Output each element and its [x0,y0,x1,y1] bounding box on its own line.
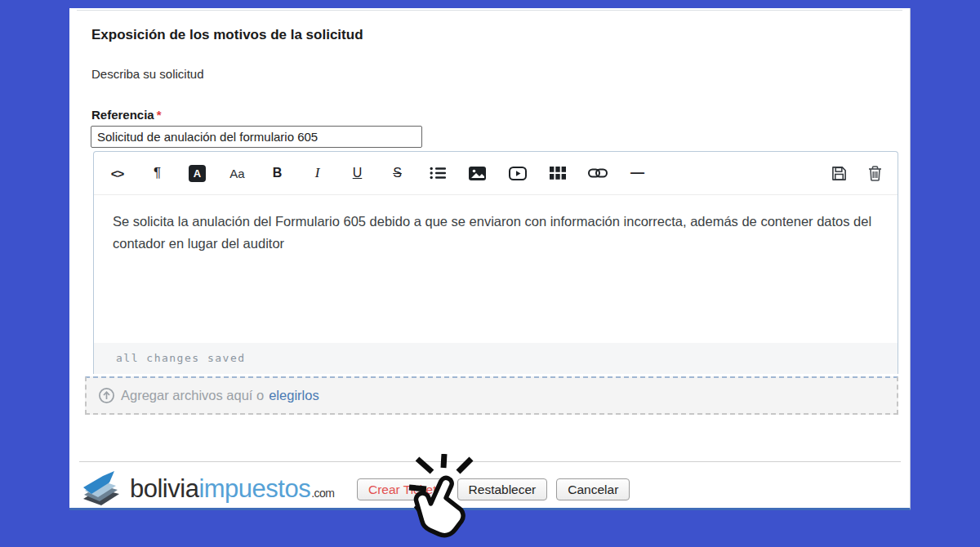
rich-text-editor: <> ¶ A Aa B I U S [93,151,898,374]
italic-icon[interactable]: I [297,152,337,194]
reference-label: Referencia* [91,108,162,122]
logo-text-impuestos: impuestos [198,474,310,504]
trash-icon[interactable] [857,152,893,194]
code-view-icon[interactable]: <> [97,152,137,194]
cancel-button[interactable]: Cancelar [556,478,630,500]
editor-toolbar: <> ¶ A Aa B I U S [94,152,898,195]
unordered-list-icon[interactable] [417,152,457,194]
file-dropzone[interactable]: Agregar archivos aquí o elegirlos [85,376,898,415]
link-icon[interactable] [577,152,617,194]
site-logo[interactable]: boliviaimpuestos.com [80,468,335,510]
page-top-divider [77,10,902,11]
logo-text-com: .com [311,487,334,500]
editor-content[interactable]: Se solicita la anulación del Formulario … [94,195,898,343]
paragraph-icon[interactable]: ¶ [137,152,177,194]
page-subtitle: Describa su solicitud [91,67,204,81]
editor-status-bar: all changes saved [94,343,898,374]
logo-pages-icon [80,468,124,510]
page-title: Exposición de los motivos de la solicitu… [91,27,363,43]
table-icon[interactable] [537,152,577,194]
underline-icon[interactable]: U [337,152,377,194]
upload-icon [98,387,115,404]
reference-label-text: Referencia [91,108,154,122]
save-icon[interactable] [821,152,857,194]
action-buttons: Crear Ticket Restablecer Cancelar [357,478,630,500]
choose-files-link[interactable]: elegirlos [269,388,318,403]
footer-divider [79,461,901,462]
strikethrough-icon[interactable]: S [377,152,417,194]
reference-input[interactable] [91,126,422,148]
logo-text-bolivia: bolivia [130,474,198,504]
image-icon[interactable] [457,152,497,194]
dropzone-text: Agregar archivos aquí o [121,388,264,403]
bold-icon[interactable]: B [257,152,297,194]
font-size-icon[interactable]: Aa [217,152,257,194]
required-asterisk: * [157,108,162,122]
font-style-icon[interactable]: A [177,152,217,194]
horizontal-rule-icon[interactable]: — [617,152,657,194]
form-page: Exposición de los motivos de la solicitu… [69,8,911,510]
reset-button[interactable]: Restablecer [457,478,548,500]
video-icon[interactable] [497,152,537,194]
create-ticket-button[interactable]: Crear Ticket [357,478,448,500]
